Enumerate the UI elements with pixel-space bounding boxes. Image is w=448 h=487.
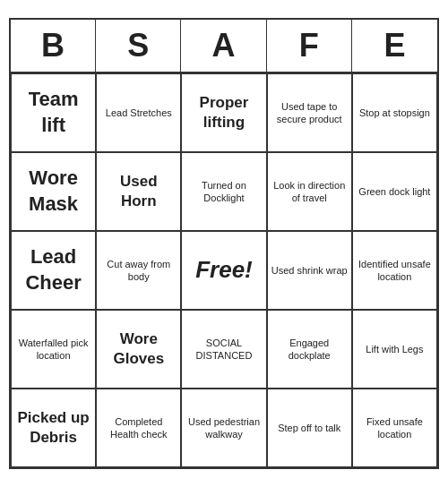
bingo-cell-23: Step off to talk [267,389,352,467]
header-letter-f: F [267,20,352,72]
bingo-cell-12: Free! [181,231,266,310]
header-letter-b: B [11,20,96,72]
bingo-cell-5: Wore Mask [11,152,96,231]
bingo-cell-24: Fixed unsafe location [352,389,437,467]
bingo-card: BSAFE Team liftLead StretchesProper lift… [9,18,439,469]
bingo-cell-21: Completed Health check [96,389,181,467]
bingo-grid: Team liftLead StretchesProper liftingUse… [11,73,437,467]
header-letter-s: S [96,20,181,72]
bingo-cell-22: Used pedestrian walkway [181,389,266,467]
bingo-header: BSAFE [11,20,437,73]
bingo-cell-4: Stop at stopsign [352,73,437,152]
bingo-cell-7: Turned on Docklight [181,152,266,231]
bingo-cell-8: Look in direction of travel [267,152,352,231]
bingo-cell-2: Proper lifting [181,73,266,152]
bingo-cell-18: Engaged dockplate [267,310,352,389]
bingo-cell-10: Lead Cheer [11,231,96,310]
bingo-cell-17: SOCIAL DISTANCED [181,310,266,389]
header-letter-e: E [352,20,437,72]
header-letter-a: A [181,20,266,72]
bingo-cell-19: Lift with Legs [352,310,437,389]
bingo-cell-20: Picked up Debris [11,389,96,467]
bingo-cell-15: Waterfalled pick location [11,310,96,389]
bingo-cell-0: Team lift [11,73,96,152]
bingo-cell-11: Cut away from body [96,231,181,310]
bingo-cell-3: Used tape to secure product [267,73,352,152]
bingo-cell-13: Used shrink wrap [267,231,352,310]
bingo-cell-14: Identified unsafe location [352,231,437,310]
bingo-cell-1: Lead Stretches [96,73,181,152]
bingo-cell-6: Used Horn [96,152,181,231]
bingo-cell-16: Wore Gloves [96,310,181,389]
bingo-cell-9: Green dock light [352,152,437,231]
